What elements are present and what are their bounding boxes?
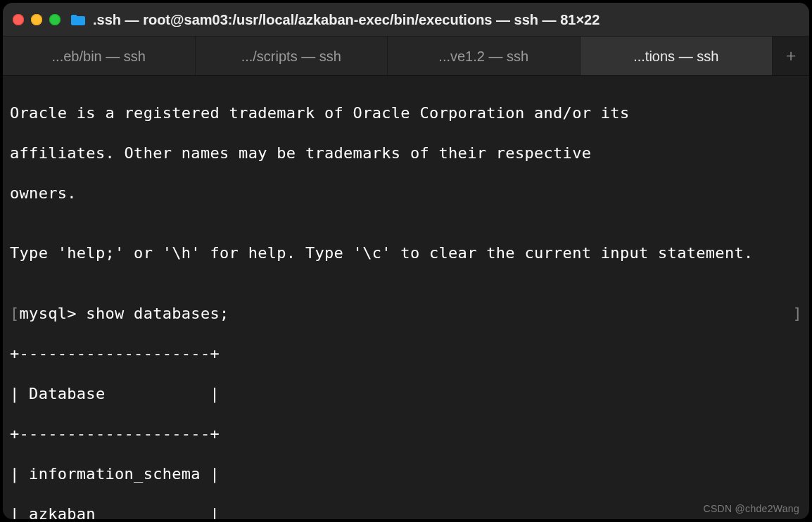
zoom-window-button[interactable] bbox=[49, 14, 61, 25]
tab-1[interactable]: .../scripts — ssh bbox=[196, 37, 388, 75]
new-tab-button[interactable]: + bbox=[773, 37, 809, 75]
folder-icon bbox=[70, 13, 86, 26]
window-controls bbox=[13, 14, 61, 25]
term-line: Type 'help;' or '\h' for help. Type '\c'… bbox=[10, 243, 802, 264]
table-row: | azkaban | bbox=[10, 504, 802, 520]
term-line: affiliates. Other names may be trademark… bbox=[10, 144, 802, 164]
plus-icon: + bbox=[786, 46, 797, 67]
tab-3[interactable]: ...tions — ssh bbox=[581, 37, 773, 75]
minimize-window-button[interactable] bbox=[31, 14, 42, 25]
tab-label: .../scripts — ssh bbox=[241, 49, 341, 63]
term-line: owners. bbox=[10, 184, 802, 204]
table-border: +--------------------+ bbox=[10, 344, 802, 364]
tab-label: ...tions — ssh bbox=[633, 49, 718, 63]
tab-label: ...ve1.2 — ssh bbox=[438, 49, 528, 63]
prompt-command: mysql> show databases; bbox=[20, 305, 229, 322]
prompt-open-bracket: [ bbox=[10, 305, 20, 322]
table-header: | Database | bbox=[10, 384, 802, 405]
titlebar: .ssh — root@sam03:/usr/local/azkaban-exe… bbox=[3, 3, 809, 37]
tab-2[interactable]: ...ve1.2 — ssh bbox=[388, 37, 581, 75]
prompt-close-bracket: ] bbox=[792, 304, 802, 324]
tab-label: ...eb/bin — ssh bbox=[52, 49, 146, 63]
table-row: | information_schema | bbox=[10, 464, 802, 485]
terminal-viewport[interactable]: Oracle is a registered trademark of Orac… bbox=[3, 76, 809, 519]
terminal-window: .ssh — root@sam03:/usr/local/azkaban-exe… bbox=[3, 3, 809, 519]
table-border: +--------------------+ bbox=[10, 424, 802, 445]
tab-0[interactable]: ...eb/bin — ssh bbox=[3, 37, 196, 75]
term-line: Oracle is a registered trademark of Orac… bbox=[10, 103, 802, 124]
tab-bar: ...eb/bin — ssh .../scripts — ssh ...ve1… bbox=[3, 37, 809, 76]
window-title: .ssh — root@sam03:/usr/local/azkaban-exe… bbox=[93, 13, 799, 27]
mysql-prompt-line: [mysql> show databases;] bbox=[10, 304, 802, 324]
watermark: CSDN @chde2Wang bbox=[704, 504, 799, 514]
close-window-button[interactable] bbox=[13, 14, 24, 25]
